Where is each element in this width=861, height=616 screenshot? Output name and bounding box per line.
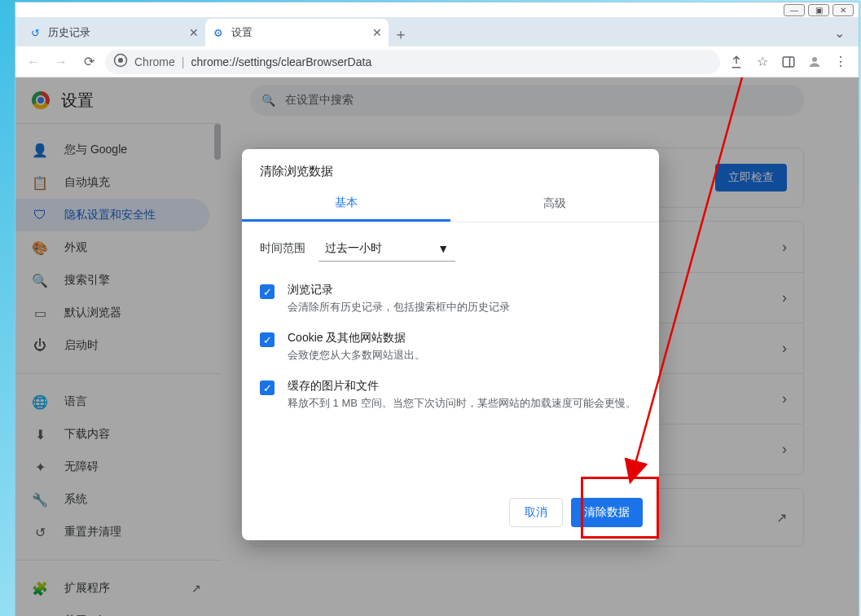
close-icon[interactable]: ✕	[189, 26, 199, 39]
bookmark-button[interactable]: ☆	[751, 51, 774, 73]
side-panel-button[interactable]	[777, 51, 800, 73]
dialog-actions: 取消 清除数据	[242, 486, 659, 540]
chrome-icon	[113, 53, 128, 70]
forward-button[interactable]: →	[50, 51, 72, 73]
window-minimize-button[interactable]: —	[784, 4, 805, 16]
tab-history[interactable]: ↺ 历史记录 ✕	[22, 19, 205, 46]
tab-strip: ↺ 历史记录 ✕ ⚙ 设置 ✕ ＋ ⌄	[15, 17, 859, 46]
reload-button[interactable]: ⟳	[77, 51, 100, 73]
clear-data-dialog: 清除浏览数据 基本 高级 时间范围 过去一小时 ▼ ✓ 浏览记录 会清除所有历史…	[242, 149, 659, 540]
tab-basic[interactable]: 基本	[242, 186, 450, 222]
window-close-button[interactable]: ✕	[832, 4, 854, 16]
time-range-select[interactable]: 过去一小时 ▼	[318, 235, 455, 262]
option-desc: 释放不到 1 MB 空间。当您下次访问时，某些网站的加载速度可能会更慢。	[288, 396, 636, 411]
omnibox-origin: Chrome	[134, 55, 175, 68]
time-range-label: 时间范围	[260, 241, 305, 256]
svg-point-1	[118, 58, 123, 63]
option-desc: 会清除所有历史记录，包括搜索框中的历史记录	[288, 300, 510, 315]
option-title: 缓存的图片和文件	[288, 379, 636, 394]
content-area: 设置 👤您与 Google 📋自动填充 🛡隐私设置和安全性 🎨外观 🔍搜索引擎 …	[15, 77, 859, 616]
dialog-tabs: 基本 高级	[242, 186, 659, 222]
option-browsing-history: ✓ 浏览记录 会清除所有历史记录，包括搜索框中的历史记录	[260, 275, 641, 323]
titlebar: — ▣ ✕	[15, 2, 859, 17]
toolbar: ← → ⟳ Chrome | chrome://settings/clearBr…	[15, 46, 859, 77]
dialog-title: 清除浏览数据	[242, 149, 659, 186]
back-button[interactable]: ←	[22, 51, 45, 73]
close-icon[interactable]: ✕	[372, 26, 382, 39]
omnibox-url: chrome://settings/clearBrowserData	[191, 55, 371, 68]
svg-rect-2	[783, 57, 794, 67]
option-desc: 会致使您从大多数网站退出。	[288, 348, 425, 363]
separator: |	[182, 55, 185, 68]
option-title: Cookie 及其他网站数据	[288, 331, 425, 345]
history-icon: ↺	[29, 26, 42, 39]
new-tab-button[interactable]: ＋	[389, 22, 413, 46]
omnibox[interactable]: Chrome | chrome://settings/clearBrowserD…	[105, 50, 720, 74]
cancel-button[interactable]: 取消	[509, 498, 563, 527]
option-cookies: ✓ Cookie 及其他网站数据 会致使您从大多数网站退出。	[260, 323, 641, 371]
tab-settings[interactable]: ⚙ 设置 ✕	[205, 19, 389, 46]
tab-advanced[interactable]: 高级	[450, 186, 659, 222]
option-cache: ✓ 缓存的图片和文件 释放不到 1 MB 空间。当您下次访问时，某些网站的加载速…	[260, 371, 641, 419]
options-list: ✓ 浏览记录 会清除所有历史记录，包括搜索框中的历史记录 ✓ Cookie 及其…	[242, 268, 659, 425]
svg-point-4	[812, 57, 817, 62]
checkbox-cookies[interactable]: ✓	[260, 332, 275, 347]
window-maximize-button[interactable]: ▣	[808, 4, 829, 16]
profile-button[interactable]	[803, 51, 826, 73]
checkbox-browsing-history[interactable]: ✓	[260, 284, 275, 299]
gear-icon: ⚙	[212, 26, 225, 39]
chevron-down-icon: ▼	[437, 242, 449, 255]
clear-data-button[interactable]: 清除数据	[571, 498, 643, 527]
time-range-row: 时间范围 过去一小时 ▼	[242, 222, 659, 268]
time-range-value: 过去一小时	[325, 241, 382, 256]
share-button[interactable]	[725, 51, 748, 73]
tab-title: 历史记录	[48, 25, 90, 40]
kebab-menu-button[interactable]: ⋮	[829, 51, 852, 73]
app-window: — ▣ ✕ ↺ 历史记录 ✕ ⚙ 设置 ✕ ＋ ⌄ ← → ⟳ Chrome |…	[15, 2, 859, 616]
option-title: 浏览记录	[288, 283, 510, 297]
tab-menu-button[interactable]: ⌄	[829, 19, 859, 46]
tab-title: 设置	[231, 25, 253, 40]
checkbox-cache[interactable]: ✓	[260, 381, 275, 395]
